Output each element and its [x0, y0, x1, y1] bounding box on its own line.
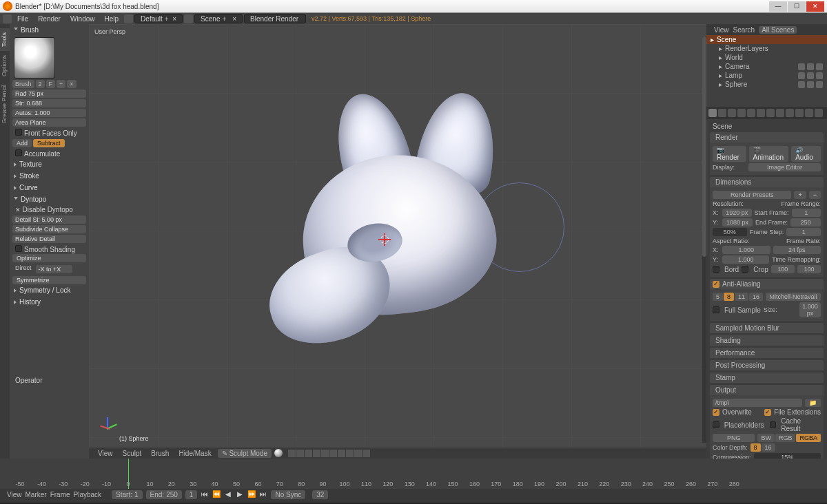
- outliner-row[interactable]: ▸Scene: [706, 35, 827, 44]
- history-panel-header[interactable]: History: [12, 296, 86, 308]
- tl-start[interactable]: Start:1: [112, 490, 142, 499]
- curve-panel-header[interactable]: Curve: [12, 182, 86, 193]
- framerate[interactable]: 24 fps: [773, 246, 821, 254]
- scene-dropdown[interactable]: Scene+×: [194, 14, 243, 23]
- aa-11[interactable]: 11: [735, 293, 748, 301]
- tl-menu-view[interactable]: View: [7, 491, 22, 498]
- tl-menu-marker[interactable]: Marker: [25, 491, 47, 498]
- stroke-panel-header[interactable]: Stroke: [12, 170, 86, 182]
- tl-menu-frame[interactable]: Frame: [50, 491, 70, 498]
- audio-button[interactable]: 🔊 Audio: [791, 146, 821, 162]
- render-button[interactable]: 📷 Render: [713, 146, 746, 162]
- panel-header[interactable]: Stamp: [710, 372, 824, 383]
- close-button[interactable]: ✕: [806, 1, 824, 12]
- prop-tab-modifiers[interactable]: [766, 109, 775, 117]
- symmetrize-button[interactable]: Symmetrize: [12, 276, 86, 284]
- compression-slider[interactable]: 15%: [754, 453, 821, 459]
- prop-tab-renderlayers[interactable]: [718, 109, 726, 117]
- aa-5[interactable]: 5: [713, 293, 723, 301]
- render-panel-header[interactable]: Render: [710, 132, 824, 143]
- 3d-viewport[interactable]: User Persp (1) Sphere View Sculpt Brush …: [89, 24, 706, 459]
- tl-menu-playback[interactable]: Playback: [74, 491, 102, 498]
- prop-tab-render[interactable]: [708, 109, 717, 117]
- 3dview-menu-view[interactable]: View: [94, 450, 116, 457]
- layer-buttons[interactable]: [288, 450, 370, 457]
- jump-start-icon[interactable]: ⏮: [201, 490, 209, 498]
- aa-size[interactable]: 1.000 px: [799, 302, 821, 317]
- add-screen-button[interactable]: +: [163, 15, 171, 23]
- outliner-row[interactable]: ▸RenderLayers: [706, 44, 827, 53]
- panel-header[interactable]: Sampled Motion Blur: [710, 323, 824, 333]
- play-icon[interactable]: ▶: [236, 490, 244, 498]
- shading-mode-icon[interactable]: [274, 449, 283, 457]
- outliner-row[interactable]: ▸World: [706, 53, 827, 62]
- menu-help[interactable]: Help: [101, 15, 123, 23]
- screen-layout-icon[interactable]: [124, 14, 133, 23]
- outliner-display-mode[interactable]: All Scenes: [759, 26, 797, 34]
- brush-strength[interactable]: Str: 0.688: [12, 99, 86, 107]
- placeholders-check[interactable]: [713, 421, 719, 428]
- renderable-icon[interactable]: [816, 72, 823, 79]
- animation-button[interactable]: 🎬 Animation: [749, 146, 789, 162]
- remap-old[interactable]: 100: [771, 265, 795, 273]
- brush-remove[interactable]: ×: [67, 80, 76, 88]
- tl-count[interactable]: 32: [312, 490, 328, 499]
- color-rgba[interactable]: RGBA: [796, 434, 821, 442]
- dimensions-panel-header[interactable]: Dimensions: [710, 177, 824, 187]
- preset-add[interactable]: +: [794, 191, 806, 199]
- timeline-ruler[interactable]: -50-40-30-20-100102030405060708090100110…: [0, 459, 827, 489]
- color-bw[interactable]: BW: [757, 434, 775, 442]
- border-check[interactable]: [713, 266, 719, 273]
- aspect-x[interactable]: 1.000: [722, 246, 770, 254]
- crop-check[interactable]: [742, 266, 748, 273]
- prop-tab-scene[interactable]: [728, 109, 736, 117]
- tab-options[interactable]: Options: [0, 51, 10, 81]
- frame-end[interactable]: 250: [790, 218, 821, 227]
- menu-file[interactable]: File: [13, 15, 32, 23]
- prop-tab-texture[interactable]: [795, 109, 804, 117]
- dyntopo-panel-header[interactable]: Dyntopo: [12, 193, 86, 205]
- jump-end-icon[interactable]: ⏭: [259, 490, 267, 498]
- render-engine-dropdown[interactable]: Blender Render: [244, 14, 306, 23]
- smooth-shading-check[interactable]: Smooth Shading: [12, 244, 86, 254]
- panel-header[interactable]: Post Processing: [710, 360, 824, 370]
- tl-current[interactable]: 1: [185, 490, 198, 499]
- cache-check[interactable]: [770, 421, 777, 428]
- brush-preview[interactable]: [14, 37, 55, 78]
- next-keyframe-icon[interactable]: ⏩: [247, 490, 256, 498]
- outliner-row[interactable]: ▸Lamp: [706, 71, 827, 80]
- res-x[interactable]: 1920 px: [722, 209, 752, 217]
- aa-8[interactable]: 8: [724, 293, 734, 301]
- 3dview-menu-brush[interactable]: Brush: [147, 450, 172, 457]
- direction-subtract[interactable]: Subtract: [33, 139, 65, 147]
- visibility-icon[interactable]: [798, 81, 805, 88]
- menu-window[interactable]: Window: [66, 15, 99, 23]
- brush-panel-header[interactable]: Brush: [12, 24, 86, 36]
- scene-icon[interactable]: [184, 14, 193, 23]
- file-ext-check[interactable]: [764, 409, 771, 416]
- full-sample-check[interactable]: [713, 306, 719, 313]
- prop-tab-data[interactable]: [776, 109, 784, 117]
- sculpt-plane[interactable]: Area Plane: [12, 118, 86, 127]
- browse-folder-icon[interactable]: 📁: [805, 399, 821, 407]
- delete-scene-button[interactable]: ×: [232, 15, 236, 23]
- preset-remove[interactable]: −: [809, 191, 821, 199]
- remap-new[interactable]: 100: [797, 265, 821, 273]
- dyntopo-subdivide[interactable]: Subdivide Collapse: [12, 225, 86, 233]
- prev-keyframe-icon[interactable]: ⏪: [212, 490, 221, 498]
- res-y[interactable]: 1080 px: [722, 218, 753, 227]
- outliner-row[interactable]: ▸Sphere: [706, 80, 827, 89]
- aa-panel-header[interactable]: Anti-Aliasing: [710, 279, 824, 289]
- 3dview-menu-hidemask[interactable]: Hide/Mask: [175, 450, 214, 457]
- dyntopo-relative[interactable]: Relative Detail: [12, 235, 86, 243]
- prop-tab-world[interactable]: [737, 109, 746, 117]
- delete-screen-button[interactable]: ×: [172, 15, 176, 23]
- outliner-menu-view[interactable]: View: [714, 26, 729, 34]
- depth-16[interactable]: 16: [762, 443, 775, 452]
- direction-add[interactable]: Add: [12, 139, 32, 147]
- renderable-icon[interactable]: [816, 63, 823, 70]
- render-presets[interactable]: Render Presets: [713, 191, 791, 199]
- minimize-button[interactable]: —: [769, 1, 787, 12]
- selectable-icon[interactable]: [807, 72, 814, 79]
- selectable-icon[interactable]: [807, 81, 814, 88]
